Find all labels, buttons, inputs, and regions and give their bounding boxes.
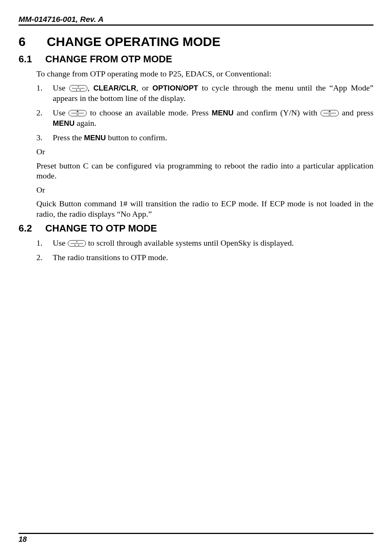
li2-text-b: to choose an available mode. Press: [87, 108, 212, 117]
menu-label: MENU: [212, 109, 233, 117]
heading-6-2: 6.2CHANGE TO OTP MODE: [19, 223, 373, 234]
clear-clr-label: CLEAR/CLR: [93, 84, 136, 92]
li2-text: The radio transitions to OTP mode.: [53, 253, 168, 262]
heading-6-2-number: 6.2: [19, 223, 45, 234]
menu-label: MENU: [53, 119, 75, 127]
triangle-dots-icon: [69, 85, 88, 92]
plus-minus-icon: [320, 110, 339, 117]
list-item: 2. Use to choose an available mode. Pres…: [36, 108, 373, 129]
li2-text-e: again.: [75, 118, 97, 128]
page-number: 18: [19, 533, 373, 544]
heading-6-1: 6.1CHANGE FROM OTP MODE: [19, 53, 373, 65]
section-6-1-intro: To change from OTP operating mode to P25…: [36, 69, 373, 79]
li1-text-a: Use: [53, 238, 68, 248]
list-item: 1. Use to scroll through available syste…: [36, 238, 373, 249]
menu-label: MENU: [84, 134, 106, 142]
list-item: 3. Press the MENU button to confirm.: [36, 132, 373, 143]
li2-text-a: Use: [53, 108, 68, 117]
li1-text-b: ,: [88, 83, 93, 92]
list-number: 1.: [36, 83, 43, 94]
plus-minus-icon: [68, 110, 87, 117]
svg-point-4: [80, 89, 81, 91]
list-item: 1. Use , CLEAR/CLR, or OPTION/OPT to cyc…: [36, 83, 373, 104]
or-text: Or: [36, 147, 373, 157]
heading-6: 6CHANGE OPERATING MODE: [19, 35, 373, 49]
list-number: 1.: [36, 238, 43, 249]
section-6-1-list: 1. Use , CLEAR/CLR, or OPTION/OPT to cyc…: [36, 83, 373, 143]
svg-point-3: [76, 89, 77, 91]
quick-button-text: Quick Button command 1# will transition …: [36, 199, 373, 219]
svg-point-19: [78, 245, 79, 246]
triangle-dots-icon: [68, 240, 86, 247]
svg-point-2: [78, 86, 79, 87]
li1-text-b: to scroll through available systems unti…: [86, 238, 294, 248]
li1-text-a: Use: [53, 83, 69, 92]
section-6-2-list: 1. Use to scroll through available syste…: [36, 238, 373, 263]
heading-6-title: CHANGE OPERATING MODE: [47, 35, 220, 49]
list-item: 2. The radio transitions to OTP mode.: [36, 252, 373, 263]
heading-6-number: 6: [19, 35, 47, 49]
li2-text-d: and press: [339, 108, 373, 117]
li1-text-c: , or: [136, 83, 153, 92]
or-text: Or: [36, 185, 373, 195]
list-number: 3.: [36, 132, 43, 143]
list-number: 2.: [36, 108, 43, 118]
heading-6-1-number: 6.1: [19, 53, 45, 65]
heading-6-2-title: CHANGE TO OTP MODE: [45, 223, 157, 234]
document-header: MM-014716-001, Rev. A: [19, 15, 373, 26]
li3-text-b: button to confirm.: [106, 133, 167, 142]
li3-text-a: Press the: [53, 133, 84, 142]
svg-point-17: [76, 242, 77, 243]
option-opt-label: OPTION/OPT: [152, 84, 198, 92]
svg-point-18: [74, 245, 75, 246]
heading-6-1-title: CHANGE FROM OTP MODE: [45, 53, 172, 65]
li2-text-c: and confirm (Y/N) with: [233, 108, 320, 117]
list-number: 2.: [36, 252, 43, 263]
preset-c-text: Preset button C can be configured via pr…: [36, 161, 373, 181]
